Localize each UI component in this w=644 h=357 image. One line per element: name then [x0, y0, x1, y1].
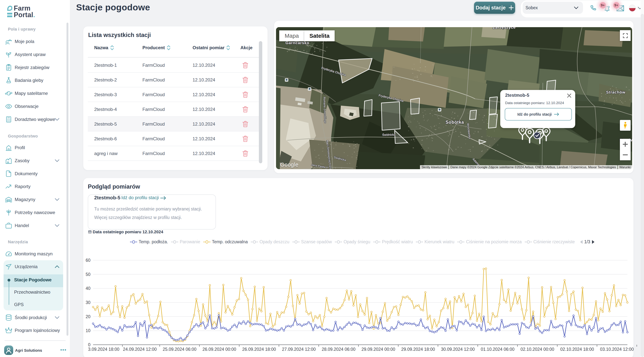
- svg-text:0: 0: [88, 342, 90, 347]
- svg-text:20: 20: [86, 314, 90, 319]
- svg-text:30: 30: [86, 300, 90, 305]
- svg-text:30.09.2024 12:00: 30.09.2024 12:00: [441, 347, 474, 352]
- svg-text:25.09.2024 06:00: 25.09.2024 06:00: [162, 347, 196, 352]
- svg-text:24.09.2024 12:00: 24.09.2024 12:00: [123, 347, 156, 352]
- svg-text:02.10.2024 18:00: 02.10.2024 18:00: [560, 347, 594, 352]
- svg-text:27.09.2024 12:00: 27.09.2024 12:00: [282, 347, 316, 352]
- svg-text:10: 10: [86, 328, 90, 333]
- svg-text:40: 40: [86, 286, 90, 291]
- svg-text:60: 60: [86, 258, 90, 263]
- svg-text:29.09.2024 00:00: 29.09.2024 00:00: [362, 347, 395, 352]
- svg-text:50: 50: [86, 272, 90, 277]
- svg-text:26.09.2024 00:00: 26.09.2024 00:00: [202, 347, 236, 352]
- svg-text:28.09.2024 06:00: 28.09.2024 06:00: [322, 347, 355, 352]
- svg-text:03.10.2024 12:00: 03.10.2024 12:00: [600, 347, 634, 352]
- svg-text:02.10.2024 00:00: 02.10.2024 00:00: [520, 347, 554, 352]
- svg-text:23.09.2024 18:00: 23.09.2024 18:00: [86, 347, 119, 352]
- svg-text:26.09.2024 18:00: 26.09.2024 18:00: [242, 347, 276, 352]
- svg-text:29.09.2024 18:00: 29.09.2024 18:00: [401, 347, 435, 352]
- svg-text:01.10.2024 06:00: 01.10.2024 06:00: [481, 347, 514, 352]
